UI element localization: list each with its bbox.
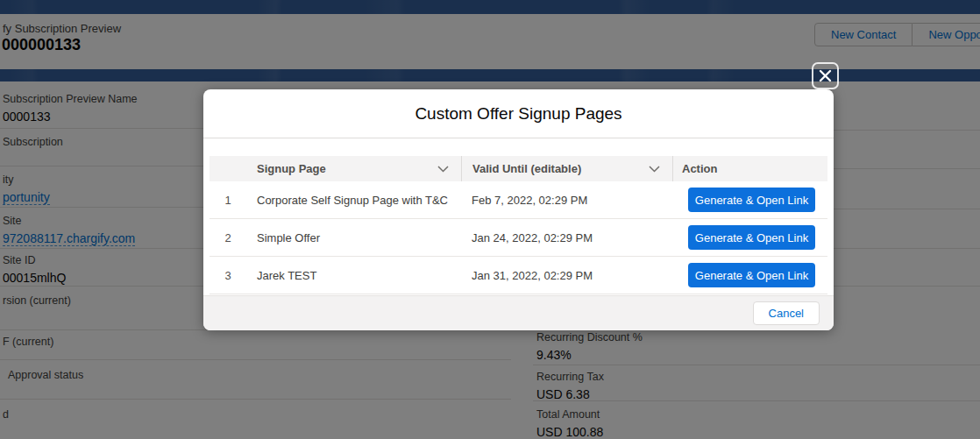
signup-page-cell: Jarek TEST	[246, 269, 461, 282]
signup-page-cell: Simple Offer	[246, 231, 461, 244]
table-row: 3 Jarek TEST Jan 31, 2022, 02:29 PM Gene…	[209, 257, 827, 294]
cancel-button[interactable]: Cancel	[753, 301, 820, 325]
column-header-valid-until: Valid Until (editable)	[462, 156, 672, 181]
row-number: 2	[209, 231, 246, 244]
column-header-action: Action	[673, 156, 824, 181]
modal-close-button[interactable]	[812, 62, 839, 89]
generate-open-link-button[interactable]: Generate & Open Link	[688, 263, 815, 287]
action-cell: Generate & Open Link	[671, 188, 822, 212]
valid-until-cell[interactable]: Jan 24, 2022, 02:29 PM	[461, 231, 671, 244]
modal-footer: Cancel	[203, 295, 834, 330]
row-number: 1	[209, 194, 246, 207]
generate-open-link-button[interactable]: Generate & Open Link	[688, 188, 815, 212]
table-row: 2 Simple Offer Jan 24, 2022, 02:29 PM Ge…	[209, 219, 827, 257]
modal-header: Custom Offer Signup Pages	[203, 89, 834, 138]
column-label: Action	[682, 162, 717, 175]
screen: fy Subscription Preview 000000133 New Co…	[0, 0, 980, 439]
table-header-row: Signup Page Valid Until (editable) Actio…	[209, 156, 827, 181]
valid-until-cell[interactable]: Jan 31, 2022, 02:29 PM	[461, 269, 671, 282]
action-cell: Generate & Open Link	[671, 263, 822, 287]
column-label: Signup Page	[257, 162, 326, 175]
valid-until-cell[interactable]: Feb 7, 2022, 02:29 PM	[461, 194, 671, 207]
chevron-down-icon[interactable]	[437, 166, 449, 173]
generate-open-link-button[interactable]: Generate & Open Link	[688, 225, 815, 250]
modal-title: Custom Offer Signup Pages	[415, 104, 621, 124]
table-row: 1 Corporate Self Signup Page with T&C Fe…	[209, 181, 827, 219]
row-number-column-header	[209, 156, 246, 181]
signup-page-cell: Corporate Self Signup Page with T&C	[246, 194, 461, 207]
chevron-down-icon[interactable]	[649, 166, 660, 173]
action-cell: Generate & Open Link	[671, 225, 822, 250]
signup-pages-table: Signup Page Valid Until (editable) Actio…	[209, 156, 827, 294]
column-label: Valid Until (editable)	[472, 162, 581, 175]
x-icon	[818, 68, 833, 83]
row-number: 3	[209, 269, 246, 282]
column-header-signup-page: Signup Page	[246, 156, 461, 181]
custom-offer-signup-pages-modal: Custom Offer Signup Pages Signup Page Va…	[203, 89, 834, 330]
